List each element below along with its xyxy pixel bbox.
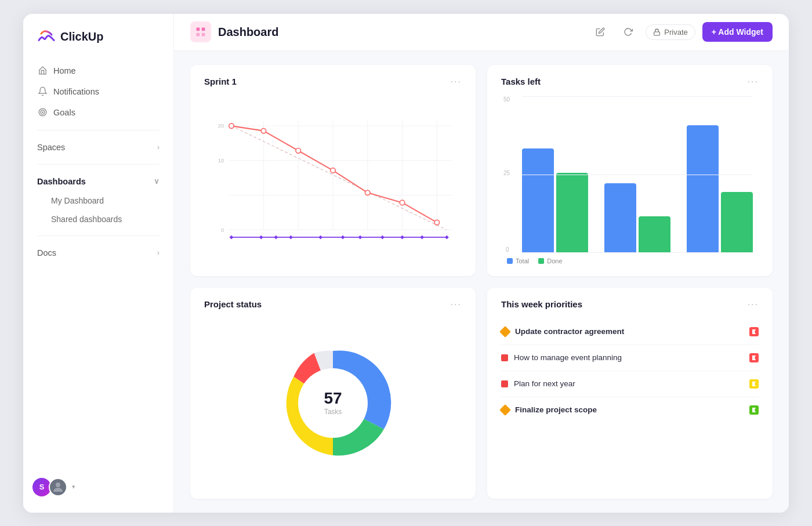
sidebar-item-home[interactable]: Home <box>30 60 166 81</box>
nav-divider-1 <box>37 130 160 130</box>
y-label-25: 25 <box>503 170 510 176</box>
priority-text-1: Update contractor agreement <box>515 327 624 336</box>
priority-list: Update contractor agreement How to manag… <box>501 319 759 423</box>
sidebar-footer: S ▾ <box>23 471 173 503</box>
svg-rect-4 <box>197 28 200 31</box>
tasks-left-header: Tasks left ··· <box>501 77 759 87</box>
bar-1-total <box>522 148 554 253</box>
private-badge[interactable]: Private <box>646 24 695 40</box>
sidebar-shared-dashboards[interactable]: Shared dashboards <box>30 210 166 228</box>
svg-marker-32 <box>259 235 263 239</box>
svg-rect-5 <box>202 28 205 31</box>
project-status-title: Project status <box>204 299 262 309</box>
svg-marker-39 <box>400 235 404 239</box>
nav-divider-3 <box>37 235 160 236</box>
priority-left-1: Update contractor agreement <box>501 327 744 336</box>
donut-area: 57 Tasks <box>204 319 462 487</box>
header-left: Dashboard <box>190 21 278 42</box>
donut-center: 57 Tasks <box>324 390 342 416</box>
svg-marker-38 <box>380 235 385 239</box>
project-status-widget: Project status ··· <box>190 288 476 499</box>
bar-2-done <box>639 216 670 253</box>
chevron-down-icon: ∨ <box>154 177 160 186</box>
priority-flag-3 <box>749 379 759 389</box>
user-dropdown-arrow[interactable]: ▾ <box>72 483 75 491</box>
tasks-left-menu[interactable]: ··· <box>748 77 759 87</box>
svg-marker-41 <box>445 235 449 239</box>
main-content: Dashboard Private + Add Widget <box>174 14 789 513</box>
donut-label: Tasks <box>324 408 342 416</box>
bar-3-done <box>721 192 753 253</box>
svg-point-3 <box>56 483 60 487</box>
avatar-photo[interactable] <box>49 478 67 496</box>
svg-point-25 <box>296 148 301 153</box>
bar-group-1 <box>522 108 588 253</box>
sprint-chart: 20 10 0 <box>204 96 462 264</box>
header-title: Dashboard <box>218 26 278 39</box>
bar-group-3 <box>687 108 753 253</box>
sidebar-spaces[interactable]: Spaces › <box>30 137 166 157</box>
priority-sq-2 <box>501 354 508 361</box>
project-status-menu[interactable]: ··· <box>451 299 462 310</box>
goals-icon <box>37 107 48 118</box>
sidebar-item-notifications[interactable]: Notifications <box>30 81 166 102</box>
header: Dashboard Private + Add Widget <box>174 14 789 51</box>
priority-flag-1 <box>749 327 759 336</box>
edit-button[interactable] <box>590 21 611 42</box>
svg-point-2 <box>42 112 42 113</box>
sidebar-dashboards[interactable]: Dashboards ∨ <box>30 172 166 191</box>
priority-left-2: How to manage event planning <box>501 353 744 362</box>
svg-marker-35 <box>318 235 322 239</box>
sidebar-item-notifications-label: Notifications <box>53 87 99 96</box>
y-label-50: 50 <box>503 96 510 103</box>
sprint-svg: 20 10 0 <box>204 96 462 264</box>
priority-item-4: Finalize project scope <box>501 397 759 423</box>
private-label: Private <box>664 28 687 37</box>
svg-marker-31 <box>230 235 234 239</box>
svg-text:0: 0 <box>221 226 224 233</box>
bar-1-done <box>556 173 588 253</box>
logo-area: ClickUp <box>23 28 173 60</box>
sidebar-my-dashboard[interactable]: My Dashboard <box>30 191 166 210</box>
svg-marker-33 <box>274 235 278 239</box>
priorities-title: This week priorities <box>501 299 582 309</box>
priorities-menu[interactable]: ··· <box>748 299 759 310</box>
svg-marker-34 <box>289 235 293 239</box>
priorities-widget: This week priorities ··· Update contract… <box>487 288 773 499</box>
chevron-right-icon: › <box>157 143 160 151</box>
tasks-left-title: Tasks left <box>501 77 541 86</box>
bell-icon <box>37 86 48 97</box>
donut-number: 57 <box>324 390 342 408</box>
priority-flag-4 <box>749 405 759 415</box>
bar-2-total <box>604 183 636 253</box>
svg-marker-40 <box>420 235 424 239</box>
svg-point-29 <box>434 220 440 225</box>
svg-text:10: 10 <box>218 157 224 164</box>
sidebar-item-goals-label: Goals <box>53 108 75 117</box>
grid-icon <box>195 26 206 38</box>
sprint-menu[interactable]: ··· <box>451 77 462 87</box>
nav-divider-2 <box>37 164 160 165</box>
sidebar: ClickUp Home Notifications Goals <box>23 14 174 513</box>
priorities-header: This week priorities ··· <box>501 299 759 310</box>
nav-items: Home Notifications Goals Spaces › <box>23 60 173 471</box>
refresh-button[interactable] <box>618 21 639 42</box>
svg-point-24 <box>261 128 266 133</box>
sidebar-item-goals[interactable]: Goals <box>30 102 166 123</box>
sidebar-docs-label: Docs <box>37 248 56 257</box>
sidebar-spaces-label: Spaces <box>37 143 65 152</box>
logo-text: ClickUp <box>60 30 103 43</box>
app-container: ClickUp Home Notifications Goals <box>23 14 789 513</box>
sidebar-dashboards-label: Dashboards <box>37 177 86 186</box>
add-widget-button[interactable]: + Add Widget <box>702 22 773 42</box>
priority-sq-3 <box>501 380 508 387</box>
lock-icon <box>653 28 661 36</box>
legend-done: Done <box>538 257 562 264</box>
priority-flag-2 <box>749 353 759 362</box>
sidebar-docs[interactable]: Docs › <box>30 243 166 263</box>
sidebar-item-home-label: Home <box>53 66 76 75</box>
svg-point-26 <box>331 168 336 173</box>
sprint-widget-header: Sprint 1 ··· <box>204 77 462 87</box>
svg-point-28 <box>400 200 405 205</box>
priority-left-3: Plan for next year <box>501 379 744 388</box>
